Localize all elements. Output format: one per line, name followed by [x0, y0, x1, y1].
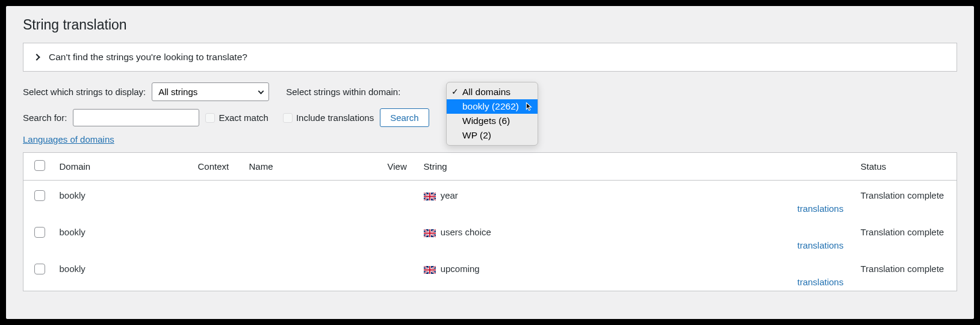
cell-name [243, 217, 382, 254]
help-accordion[interactable]: Can't find the strings you're looking to… [23, 43, 957, 72]
cell-status: Translation complete [855, 217, 957, 254]
mouse-cursor-icon [523, 102, 534, 113]
cell-string: users choice [418, 217, 792, 254]
uk-flag-icon [424, 229, 436, 237]
cell-domain: bookly [54, 217, 192, 254]
cell-view [382, 254, 418, 291]
uk-flag-icon [424, 266, 436, 274]
header-view[interactable]: View [382, 153, 418, 181]
cell-domain: bookly [54, 181, 192, 218]
header-context[interactable]: Context [192, 153, 243, 181]
string-text: upcoming [441, 264, 480, 274]
languages-of-domains-link[interactable]: Languages of domains [23, 134, 114, 144]
cell-context [192, 254, 243, 291]
dropdown-item-widgets[interactable]: Widgets (6) [447, 114, 538, 128]
select-all-checkbox[interactable] [34, 160, 45, 171]
dropdown-item-all-domains[interactable]: All domains [447, 85, 538, 99]
cell-context [192, 217, 243, 254]
cell-view [382, 217, 418, 254]
dropdown-item-wp[interactable]: WP (2) [447, 128, 538, 143]
cell-domain: bookly [54, 254, 192, 291]
table-header-row: Domain Context Name View String Status [23, 153, 957, 181]
include-translations-checkbox[interactable] [283, 113, 293, 123]
cell-name [243, 254, 382, 291]
translations-link[interactable]: translations [798, 277, 844, 287]
display-select[interactable]: All strings [152, 82, 269, 101]
exact-match-checkbox[interactable] [205, 113, 215, 123]
search-button[interactable]: Search [380, 108, 429, 127]
header-status[interactable]: Status [855, 153, 957, 181]
strings-table: Domain Context Name View String Status b… [23, 152, 957, 291]
cell-view [382, 181, 418, 218]
cell-status: Translation complete [855, 254, 957, 291]
include-translations-label: Include translations [296, 113, 374, 123]
string-text: year [441, 190, 458, 200]
table-row: bookly users choice translations Transla… [23, 217, 957, 254]
cell-string: year [418, 181, 792, 218]
table-row: bookly year translations Translation com… [23, 181, 957, 218]
header-translations [792, 153, 855, 181]
row-checkbox[interactable] [34, 264, 45, 274]
header-name[interactable]: Name [243, 153, 382, 181]
row-checkbox[interactable] [34, 190, 45, 201]
help-accordion-title: Can't find the strings you're looking to… [49, 52, 247, 63]
header-domain[interactable]: Domain [54, 153, 192, 181]
cell-context [192, 181, 243, 218]
translations-link[interactable]: translations [798, 203, 844, 214]
header-string[interactable]: String [418, 153, 792, 181]
exact-match-label: Exact match [219, 113, 268, 123]
row-checkbox[interactable] [34, 227, 45, 238]
domain-label: Select strings within domain: [286, 87, 400, 97]
domain-dropdown-menu: All domains bookly (2262) Widgets (6) WP… [446, 82, 538, 146]
string-text: users choice [441, 227, 491, 237]
filters-area: Select which strings to display: All str… [23, 82, 957, 145]
exact-match-wrap[interactable]: Exact match [205, 113, 268, 123]
search-input[interactable] [73, 109, 199, 126]
page-title: String translation [23, 17, 957, 33]
display-label: Select which strings to display: [23, 87, 146, 97]
display-select-wrap: All strings [152, 82, 269, 101]
include-translations-wrap[interactable]: Include translations [283, 113, 374, 123]
table-row: bookly upcoming translations Translation… [23, 254, 957, 291]
cell-status: Translation complete [855, 181, 957, 218]
app-window: String translation Can't find the string… [6, 6, 974, 319]
cell-name [243, 181, 382, 218]
search-label: Search for: [23, 113, 67, 123]
uk-flag-icon [424, 193, 436, 200]
chevron-right-icon [33, 54, 40, 60]
cell-string: upcoming [418, 254, 792, 291]
translations-link[interactable]: translations [798, 240, 844, 250]
